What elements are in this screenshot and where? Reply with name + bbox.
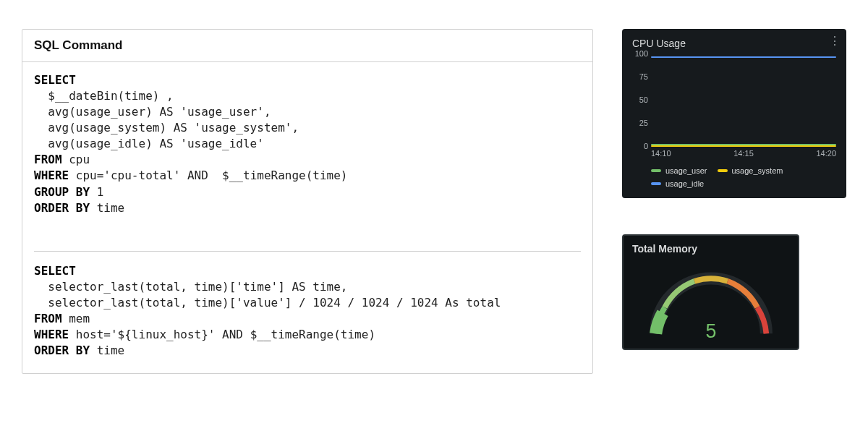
total-memory-title: Total Memory	[632, 243, 789, 255]
gauge-fill	[655, 313, 663, 334]
kw-orderby: ORDER BY	[34, 343, 90, 357]
panel-menu-icon[interactable]: ⋮	[827, 33, 842, 48]
ytick: 25	[632, 119, 648, 127]
legend-swatch-icon	[651, 182, 661, 185]
cpu-usage-plot: 100 75 50 25 0	[651, 54, 836, 146]
ytick: 50	[632, 95, 648, 104]
sql-line: mem	[62, 312, 90, 325]
sql-line: host='${linux_host}' AND $__timeRange(ti…	[69, 328, 375, 341]
sql-panel: SQL Command SELECT $__dateBin(time) , av…	[22, 29, 593, 374]
cpu-usage-panel: ⋮ CPU Usage 100 75 50 25 0 14:10 14:15 1…	[622, 29, 846, 198]
gauge-value: 5	[705, 320, 716, 342]
kw-where: WHERE	[34, 168, 69, 182]
sql-line: selector_last(total, time)['time'] AS ti…	[34, 280, 347, 294]
ytick: 100	[632, 49, 648, 58]
legend-label: usage_idle	[665, 179, 704, 188]
gauge-wrap: 5	[632, 257, 789, 344]
cpu-usage-xaxis: 14:10 14:15 14:20	[651, 149, 836, 158]
kw-select: SELECT	[34, 264, 76, 278]
legend-swatch-icon	[718, 169, 728, 172]
sql-line: selector_last(total, time)['value'] / 10…	[34, 296, 501, 310]
sql-line: avg(usage_user) AS 'usage_user',	[34, 105, 271, 119]
legend-label: usage_system	[732, 166, 783, 175]
sql-line: time	[90, 343, 124, 357]
series-usage-idle	[651, 56, 836, 58]
xtick: 14:10	[651, 149, 671, 158]
ytick: 75	[632, 72, 648, 81]
legend-swatch-icon	[651, 169, 661, 172]
total-memory-panel: Total Memory 5	[622, 234, 799, 350]
sql-line: 1	[90, 185, 103, 199]
sql-panel-header: SQL Command	[22, 30, 592, 62]
sql-line: avg(usage_system) AS 'usage_system',	[34, 121, 299, 135]
kw-groupby: GROUP BY	[34, 185, 90, 199]
legend-item[interactable]: usage_idle	[651, 179, 704, 188]
kw-where: WHERE	[34, 328, 69, 341]
sql-line: time	[90, 201, 124, 215]
legend-label: usage_user	[665, 166, 707, 175]
ytick: 0	[632, 142, 648, 150]
cpu-usage-title: CPU Usage	[632, 38, 836, 49]
kw-from: FROM	[34, 153, 62, 166]
legend-item[interactable]: usage_system	[718, 166, 783, 175]
kw-from: FROM	[34, 312, 62, 325]
sql-line: cpu	[62, 153, 90, 166]
sql-panel-body: SELECT $__dateBin(time) , avg(usage_user…	[22, 62, 592, 373]
xtick: 14:15	[733, 149, 754, 158]
xtick: 14:20	[816, 149, 836, 158]
sql-divider: SELECT selector_last(total, time)['time'…	[34, 251, 581, 359]
sql-line: avg(usage_idle) AS 'usage_idle'	[34, 137, 264, 150]
gauge-icon: 5	[635, 257, 787, 344]
sql-line: $__dateBin(time) ,	[34, 89, 174, 103]
sql-line: cpu='cpu-total' AND $__timeRange(time)	[69, 168, 347, 182]
kw-select: SELECT	[34, 73, 76, 87]
cpu-usage-chart: 100 75 50 25 0 14:10 14:15 14:20	[632, 54, 836, 161]
series-usage-system	[651, 145, 836, 147]
legend-item[interactable]: usage_user	[651, 166, 707, 175]
kw-orderby: ORDER BY	[34, 201, 90, 215]
cpu-usage-legend: usage_user usage_system usage_idle	[651, 166, 836, 188]
